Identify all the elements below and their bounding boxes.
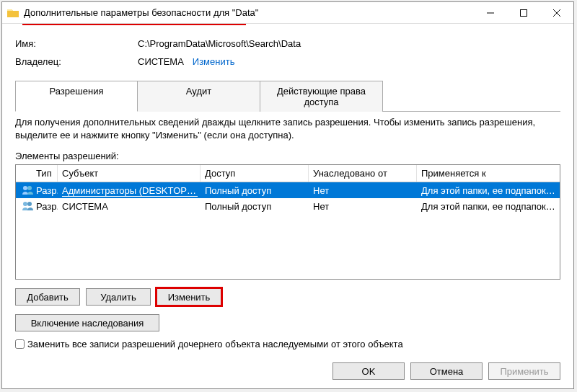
cell-inherited: Нет — [309, 184, 417, 197]
titlebar: Дополнительные параметры безопасности дл… — [2, 2, 573, 24]
tab-effective-access[interactable]: Действующие права доступа — [260, 81, 383, 112]
tab-audit[interactable]: Аудит — [138, 81, 260, 112]
group-icon — [22, 185, 35, 195]
replace-checkbox-label: Заменить все записи разрешений дочернего… — [27, 339, 403, 349]
cell-subject: Администраторы (DESKTOP-... — [62, 185, 198, 197]
col-inherited[interactable]: Унаследовано от — [309, 165, 417, 182]
cancel-button[interactable]: Отмена — [410, 362, 483, 380]
tabstrip: Разрешения Аудит Действующие права досту… — [15, 80, 560, 112]
security-dialog: Дополнительные параметры безопасности дл… — [1, 1, 574, 389]
cell-subject: СИСТЕМА — [58, 200, 201, 213]
cell-type: Разр... — [36, 201, 58, 212]
dialog-footer: OK Отмена Применить — [2, 358, 573, 388]
svg-rect-0 — [521, 9, 527, 16]
group-icon — [22, 201, 35, 211]
tab-body: Для получения дополнительных сведений дв… — [15, 112, 560, 349]
table-header: Тип Субъект Доступ Унаследовано от Приме… — [16, 165, 560, 182]
cell-inherited: Нет — [309, 200, 417, 213]
cell-applies: Для этой папки, ее подпапок ... — [417, 200, 560, 213]
col-applies[interactable]: Применяется к — [417, 165, 560, 182]
col-access[interactable]: Доступ — [201, 165, 309, 182]
owner-change-link[interactable]: Изменить — [193, 56, 235, 67]
enable-inheritance-button[interactable]: Включение наследования — [15, 314, 159, 331]
table-row[interactable]: Разр... Администраторы (DESKTOP-... Полн… — [16, 182, 560, 198]
tab-permissions[interactable]: Разрешения — [15, 81, 138, 112]
cell-type: Разр... — [36, 185, 58, 196]
edit-button[interactable]: Изменить — [157, 288, 221, 306]
owner-row: Владелец: СИСТЕМА Изменить — [15, 56, 560, 67]
svg-point-3 — [23, 202, 27, 206]
permissions-table: Тип Субъект Доступ Унаследовано от Приме… — [15, 164, 560, 280]
add-button[interactable]: Добавить — [15, 288, 80, 306]
svg-point-4 — [27, 202, 32, 206]
name-value: C:\ProgramData\Microsoft\Search\Data — [138, 38, 301, 49]
folder-icon — [6, 6, 19, 19]
table-row[interactable]: Разр... СИСТЕМА Полный доступ Нет Для эт… — [16, 198, 560, 214]
close-button[interactable] — [540, 2, 573, 24]
permissions-label: Элементы разрешений: — [15, 151, 560, 161]
col-type[interactable]: Тип — [16, 165, 58, 182]
dialog-content: Имя: C:\ProgramData\Microsoft\Search\Dat… — [2, 25, 573, 358]
replace-checkbox[interactable] — [15, 339, 25, 349]
name-row: Имя: C:\ProgramData\Microsoft\Search\Dat… — [15, 38, 560, 49]
col-subject[interactable]: Субъект — [58, 165, 201, 182]
maximize-button[interactable] — [507, 2, 540, 24]
cell-access: Полный доступ — [201, 200, 309, 213]
apply-button[interactable]: Применить — [488, 362, 560, 380]
minimize-button[interactable] — [474, 2, 507, 24]
replace-checkbox-row[interactable]: Заменить все записи разрешений дочернего… — [15, 339, 560, 349]
svg-point-1 — [23, 186, 27, 190]
owner-value: СИСТЕМА — [138, 56, 184, 67]
remove-button[interactable]: Удалить — [86, 288, 151, 306]
inherit-row: Включение наследования — [15, 314, 560, 331]
window-title: Дополнительные параметры безопасности дл… — [24, 7, 474, 18]
help-text: Для получения дополнительных сведений дв… — [15, 116, 560, 142]
cell-access: Полный доступ — [201, 184, 309, 197]
name-label: Имя: — [15, 38, 138, 49]
owner-label: Владелец: — [15, 56, 138, 67]
ok-button[interactable]: OK — [332, 362, 405, 380]
action-buttons: Добавить Удалить Изменить — [15, 288, 560, 306]
cell-applies: Для этой папки, ее подпапок ... — [417, 184, 560, 197]
svg-point-2 — [27, 186, 32, 190]
